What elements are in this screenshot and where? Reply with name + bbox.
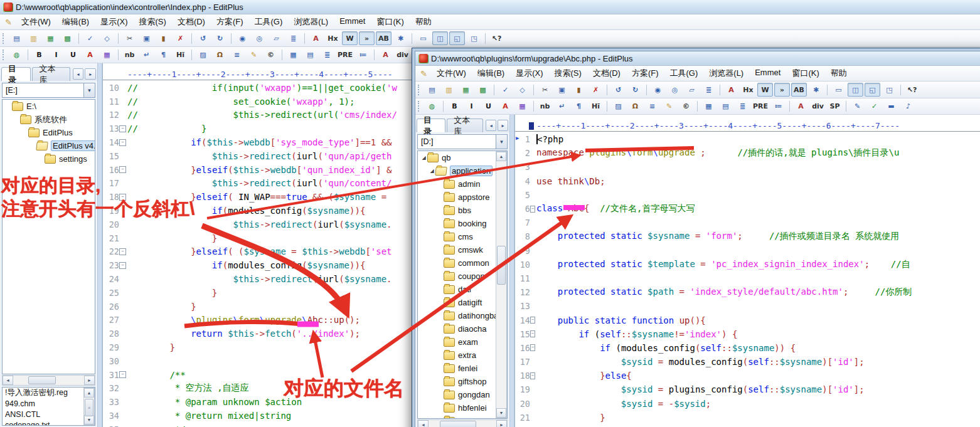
tree-item-cmswk[interactable]: cmswk — [418, 243, 507, 256]
code-line-15[interactable]: 15− if (self::$sysname!='index') { — [515, 327, 980, 341]
div-tag-icon[interactable]: div — [810, 100, 826, 113]
span-tag-icon[interactable]: SP — [827, 100, 843, 113]
code-line-6[interactable]: 6−class Abc{ //文件名,首字母写大写 — [515, 202, 980, 216]
menu-item[interactable]: 文档(D) — [172, 16, 211, 28]
column-select-icon[interactable]: AB — [791, 83, 807, 97]
tab-scroll-right-icon[interactable]: ▸ — [498, 120, 508, 131]
browser-window-icon[interactable]: ◱ — [449, 31, 465, 45]
line-break-icon[interactable]: ↵ — [139, 48, 154, 62]
tree-item-extra[interactable]: extra — [418, 349, 507, 362]
tree-item-datigift[interactable]: datigift — [418, 296, 507, 309]
preferences-icon[interactable]: ✱ — [808, 83, 824, 97]
scroll-left-icon[interactable]: ◄ — [3, 376, 13, 385]
code-line-10[interactable]: 10 protected static $template = 'pc_inde… — [515, 258, 980, 271]
output-window-icon[interactable]: ▭ — [831, 83, 846, 97]
auto-indent-icon[interactable]: » — [774, 83, 790, 97]
output-window-icon[interactable]: ▭ — [415, 31, 431, 45]
tab-scroll-right-icon[interactable]: ▸ — [85, 68, 96, 80]
paragraph-icon[interactable]: ¶ — [156, 48, 171, 62]
code-line-21[interactable]: 21 } — [515, 411, 980, 424]
tab-scroll-left-icon[interactable]: ◂ — [73, 68, 84, 80]
anchor-icon[interactable]: Ω — [627, 100, 643, 113]
redo-icon[interactable]: ↻ — [212, 31, 228, 45]
file-item[interactable]: ANSI.CTL — [3, 409, 95, 419]
menu-item[interactable]: 浏览器(L) — [703, 68, 749, 79]
code-line-14[interactable]: 14− public static function up(){ — [515, 313, 980, 327]
tab-directory[interactable]: 目录 — [417, 119, 445, 132]
code-line-9[interactable]: 9 — [515, 244, 980, 258]
table-icon[interactable]: ▦ — [701, 100, 716, 113]
fold-marker-icon[interactable]: − — [530, 206, 535, 213]
code-line-5[interactable]: 5 — [515, 188, 980, 202]
copyright-icon[interactable]: © — [263, 48, 279, 62]
code-line-1[interactable]: ▶1<?php — [515, 132, 980, 146]
scroll-thumb[interactable] — [440, 421, 476, 427]
save-all-icon[interactable]: ▩ — [60, 31, 75, 45]
scroll-thumb[interactable] — [28, 376, 56, 384]
code-line-8[interactable]: 8 protected static $sysname = 'form'; //… — [515, 229, 980, 243]
code-line-22[interactable]: 22 } — [515, 424, 980, 427]
code-line-18[interactable]: 18− }else{ — [515, 369, 980, 382]
save-all-icon[interactable]: ▩ — [475, 83, 491, 97]
code-lines[interactable]: ▶1<?php2namespace plugins\form\upgrade ;… — [515, 132, 980, 427]
fold-marker-icon[interactable]: − — [530, 372, 535, 379]
list-tag-icon[interactable]: ≔ — [355, 48, 371, 62]
font-tag-icon[interactable]: A — [378, 48, 393, 62]
fold-marker-icon[interactable]: − — [119, 262, 126, 269]
split-window-icon[interactable]: ◫ — [848, 83, 863, 97]
italic-icon[interactable]: I — [48, 48, 64, 62]
tree-item-cms[interactable]: cms — [418, 230, 507, 243]
tree-item-coupon[interactable]: coupon — [418, 270, 507, 283]
expander-icon[interactable]: ◢ — [420, 155, 427, 161]
tree-item-settings[interactable]: settings — [3, 152, 95, 166]
word-wrap-icon[interactable]: W — [342, 31, 358, 45]
color-palette-icon[interactable]: ▦ — [514, 100, 530, 113]
menu-item[interactable]: 浏览器(L) — [288, 16, 334, 28]
fold-marker-icon[interactable]: − — [530, 344, 535, 351]
code-line-16[interactable]: 16− if (modules_config(self::$sysname)) … — [515, 341, 980, 355]
menu-item[interactable]: 搜索(S) — [549, 68, 587, 79]
code-line-11[interactable]: 11 — [515, 271, 980, 285]
menu-item[interactable]: 文档(D) — [587, 68, 626, 79]
context-help-icon[interactable]: ↖? — [489, 31, 504, 45]
table-row-icon[interactable]: ≣ — [319, 48, 335, 62]
fold-marker-icon[interactable]: − — [119, 248, 126, 255]
split-window-icon[interactable]: ◫ — [432, 31, 448, 45]
code-line-2[interactable]: 2namespace plugins\form\upgrade ; //插件的话… — [515, 146, 980, 160]
code-line-19[interactable]: 19 $sysid = plugins_config(self::$sysnam… — [515, 382, 980, 396]
file-list-scrollbar[interactable]: ▲ ≡ ▼ — [83, 387, 95, 425]
undo-icon[interactable]: ↺ — [610, 83, 626, 97]
menu-item[interactable]: 显示(X) — [95, 16, 133, 28]
hex-view-icon[interactable]: Hx — [740, 83, 756, 97]
tree-item-qb[interactable]: ◢qb — [418, 151, 507, 164]
drive-selector[interactable]: [E:] ▼ — [2, 83, 95, 98]
menu-item[interactable]: 编辑(B) — [472, 68, 510, 79]
copy-icon[interactable]: ▣ — [554, 83, 570, 97]
table-icon[interactable]: ▦ — [285, 48, 301, 62]
tree-item--[interactable]: 系统软件 — [3, 113, 95, 126]
titlebar[interactable]: D:\wwwroot\qb\application\index\controll… — [0, 0, 980, 14]
bold-icon[interactable]: B — [31, 48, 47, 62]
tree-item-common[interactable]: common — [418, 256, 507, 270]
fold-marker-icon[interactable]: − — [119, 139, 126, 146]
fold-marker-icon[interactable]: − — [119, 194, 126, 201]
paste-icon[interactable]: ▮ — [571, 83, 587, 97]
edit-script-icon[interactable]: ✎ — [850, 100, 865, 113]
file-item[interactable]: !导入激活密钥.reg — [3, 387, 95, 398]
div-tag-icon[interactable]: div — [395, 48, 410, 62]
line-sort-icon[interactable]: ≣ — [285, 31, 301, 45]
underline-icon[interactable]: U — [481, 100, 496, 113]
browser-window-icon[interactable]: ◱ — [865, 83, 880, 97]
hr-icon[interactable]: ≡ — [229, 48, 245, 62]
browser-preview-icon[interactable]: ◍ — [424, 100, 440, 113]
code-line-7[interactable]: 7 — [515, 216, 980, 229]
fold-marker-icon[interactable]: − — [530, 330, 535, 337]
menu-item[interactable]: 窗口(K) — [786, 68, 824, 79]
tree-item-bbs[interactable]: bbs — [418, 204, 507, 217]
tree-horizontal-scrollbar[interactable]: ◄ ► — [2, 375, 95, 386]
fold-marker-icon[interactable]: − — [119, 371, 126, 378]
code-line-17[interactable]: 17 $sysid = modules_config(self::$sysnam… — [515, 355, 980, 369]
menu-item[interactable]: 窗口(K) — [371, 16, 409, 28]
tree-item-diaocha[interactable]: diaocha — [418, 322, 507, 335]
scroll-down-icon[interactable]: ▼ — [496, 408, 506, 418]
